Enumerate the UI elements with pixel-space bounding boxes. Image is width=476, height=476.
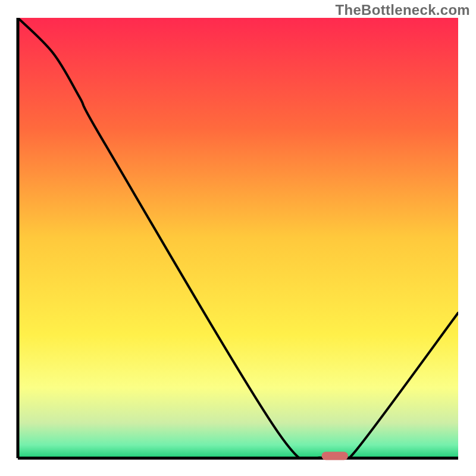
- watermark-label: TheBottleneck.com: [336, 2, 470, 18]
- chart-frame: TheBottleneck.com: [0, 0, 476, 476]
- optimal-marker: [322, 452, 348, 460]
- plot-background: [18, 18, 458, 458]
- chart-svg: [0, 0, 476, 476]
